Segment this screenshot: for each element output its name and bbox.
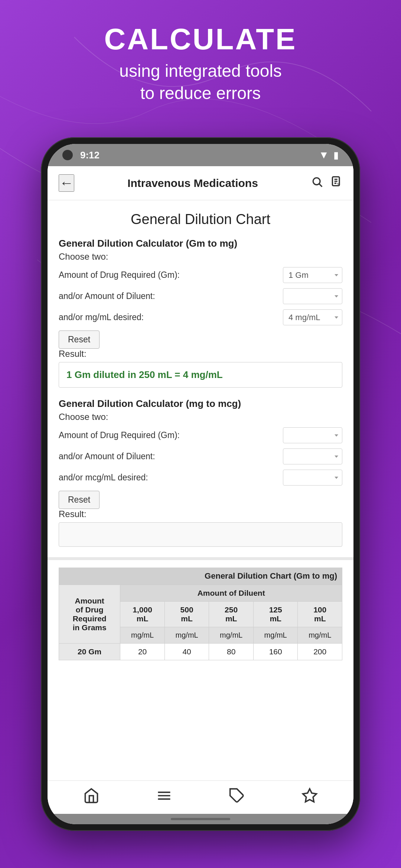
table-diluent-header: Amount of Diluent [120, 585, 342, 602]
table-row: 20 Gm 20 40 80 160 200 [59, 644, 342, 660]
calc2-row3: and/or mcg/mL desired: [59, 470, 342, 486]
table-col-1000: 1,000mL [120, 602, 165, 627]
table-unit-4: mg/mL [253, 627, 298, 644]
calc1-field1-select[interactable]: 1 Gm [283, 267, 342, 283]
calc2-field3-select[interactable] [283, 470, 342, 486]
calc1-field2-label: and/or Amount of Diluent: [59, 291, 278, 301]
table-section: General Dilution Chart (Gm to mg) Amount… [59, 568, 342, 660]
calc1-row1: Amount of Drug Required (Gm): 1 Gm [59, 267, 342, 283]
star-nav-icon[interactable] [301, 788, 318, 807]
camera-dot [62, 150, 73, 160]
app-header-title: Intravenous Medications [127, 177, 258, 190]
calc1-reset-button[interactable]: Reset [59, 331, 100, 349]
table-cell-125: 160 [253, 644, 298, 660]
status-icons: ▼ ▮ [319, 149, 339, 161]
table-cell-1000: 20 [120, 644, 165, 660]
home-nav-icon[interactable] [83, 788, 100, 807]
status-bar: 9:12 ▼ ▮ [48, 144, 353, 166]
calc1-field3-select[interactable]: 4 mg/mL [283, 309, 342, 325]
tag-nav-icon[interactable] [229, 788, 245, 807]
bottom-nav [48, 780, 353, 814]
home-indicator [48, 814, 353, 824]
svg-marker-10 [303, 789, 317, 802]
app-header: ← Intravenous Medications [48, 166, 353, 200]
promo-subtitle: using integrated tools to reduce errors [0, 60, 401, 105]
calc2-result-label: Result: [59, 509, 342, 519]
dilution-table: Amountof DrugRequiredin Grams Amount of … [59, 585, 342, 660]
calc1-title: General Dilution Calculator (Gm to mg) [59, 238, 342, 249]
calc2-title: General Dilution Calculator (mg to mcg) [59, 398, 342, 410]
notes-icon[interactable] [330, 176, 342, 191]
calc2-field1-label: Amount of Drug Required (Gm): [59, 430, 278, 440]
table-title: General Dilution Chart (Gm to mg) [59, 568, 342, 585]
calc2-field1-select[interactable] [283, 427, 342, 443]
header-icons [311, 176, 342, 191]
calc2-result-box [59, 522, 342, 547]
calc1-row3: and/or mg/mL desired: 4 mg/mL [59, 309, 342, 325]
wifi-icon: ▼ [319, 149, 329, 161]
calc2-section: General Dilution Calculator (mg to mcg) … [59, 398, 342, 547]
calc2-reset-button[interactable]: Reset [59, 491, 100, 509]
svg-point-0 [313, 178, 320, 185]
section-divider [48, 557, 353, 560]
table-unit-2: mg/mL [164, 627, 209, 644]
table-col-100: 100mL [298, 602, 342, 627]
table-cell-drug: 20 Gm [59, 644, 120, 660]
calc2-field3-label: and/or mcg/mL desired: [59, 473, 278, 483]
status-time: 9:12 [80, 149, 100, 161]
calc1-result-label: Result: [59, 349, 342, 359]
calc1-row2: and/or Amount of Diluent: [59, 288, 342, 304]
menu-nav-icon[interactable] [156, 788, 172, 807]
table-cell-250: 80 [209, 644, 254, 660]
calc1-field2-select[interactable] [283, 288, 342, 304]
table-cell-500: 40 [164, 644, 209, 660]
table-col-125: 125mL [253, 602, 298, 627]
svg-line-1 [319, 184, 322, 187]
calc2-field2-select[interactable] [283, 448, 342, 464]
promo-header: CALCULATE using integrated tools to redu… [0, 22, 401, 105]
calc1-result-box: 1 Gm diluted in 250 mL = 4 mg/mL [59, 362, 342, 388]
calc1-section: General Dilution Calculator (Gm to mg) C… [59, 238, 342, 388]
table-unit-1: mg/mL [120, 627, 165, 644]
search-icon[interactable] [311, 176, 323, 191]
calc1-subtitle: Choose two: [59, 251, 342, 262]
table-col-500: 500mL [164, 602, 209, 627]
table-unit-5: mg/mL [298, 627, 342, 644]
calc2-row2: and/or Amount of Diluent: [59, 448, 342, 464]
promo-title: CALCULATE [0, 22, 401, 56]
home-bar [171, 818, 230, 820]
table-unit-3: mg/mL [209, 627, 254, 644]
battery-icon: ▮ [333, 149, 339, 161]
table-drug-header: Amountof DrugRequiredin Grams [59, 585, 120, 644]
calc1-field1-label: Amount of Drug Required (Gm): [59, 270, 278, 280]
back-button[interactable]: ← [59, 174, 74, 192]
table-col-250: 250mL [209, 602, 254, 627]
calc2-field2-label: and/or Amount of Diluent: [59, 451, 278, 461]
phone-frame: 9:12 ▼ ▮ ← Intravenous Medications [41, 137, 360, 831]
calc1-field3-label: and/or mg/mL desired: [59, 312, 278, 322]
phone-screen: 9:12 ▼ ▮ ← Intravenous Medications [48, 144, 353, 824]
calc2-subtitle: Choose two: [59, 412, 342, 422]
content-area: General Dilution Chart General Dilution … [48, 200, 353, 780]
calc2-row1: Amount of Drug Required (Gm): [59, 427, 342, 443]
page-title: General Dilution Chart [59, 211, 342, 227]
table-cell-100: 200 [298, 644, 342, 660]
